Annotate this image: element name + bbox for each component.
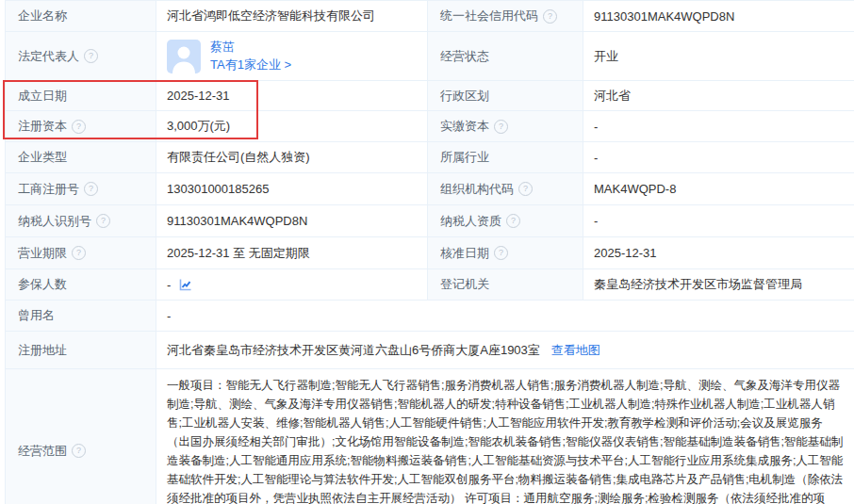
- label-text: 所属行业: [440, 149, 489, 166]
- table-row: 曾用名 -: [5, 301, 854, 332]
- label-text: 实缴资本: [440, 118, 489, 135]
- label-text: 纳税人资质: [440, 213, 501, 230]
- field-value-former-name: -: [156, 301, 854, 332]
- value-text: 2025-12-31 至 无固定期限: [167, 245, 310, 262]
- value-text: 130301000185265: [167, 182, 269, 196]
- field-value-reg-number: 130301000185265: [156, 173, 427, 205]
- label-text: 纳税人识别号: [18, 213, 91, 230]
- field-label-establish-date: 成立日期: [5, 81, 156, 111]
- field-value-approval-date: 2025-12-31: [583, 237, 854, 269]
- value-text: 秦皇岛经济技术开发区市场监督管理局: [594, 276, 802, 293]
- label-text: 经营范围: [18, 443, 67, 460]
- view-map-link[interactable]: 查看地图: [551, 342, 600, 359]
- field-value-company-name: 河北省鸿即低空经济智能科技有限公司: [156, 1, 427, 32]
- label-text: 经营状态: [440, 48, 489, 65]
- field-label-approval-date: 核准日期 ?: [427, 237, 583, 269]
- help-icon[interactable]: ?: [84, 182, 98, 196]
- table-row: 注册资本 ? 3,000万(元) 实缴资本 ? -: [5, 111, 854, 142]
- help-icon[interactable]: ?: [543, 9, 557, 24]
- help-icon[interactable]: ?: [494, 246, 508, 260]
- field-label-reg-capital: 注册资本 ?: [5, 111, 156, 142]
- label-text: 登记机关: [440, 276, 489, 293]
- value-text: MAK4WQPD-8: [594, 182, 676, 196]
- help-icon[interactable]: ?: [84, 49, 98, 63]
- value-text: 河北省秦皇岛市经济技术开发区黄河道六盘山6号侨商大厦A座1903室: [167, 342, 540, 359]
- value-text: 有限责任公司(自然人独资): [167, 149, 310, 166]
- legal-rep-name-link[interactable]: 蔡茁: [210, 40, 291, 55]
- help-icon[interactable]: ?: [96, 214, 110, 228]
- company-info-table: 企业名称 河北省鸿即低空经济智能科技有限公司 统一社会信用代码 ? 911303…: [5, 0, 854, 504]
- table-row: 工商注册号 ? 130301000185265 组织机构代码 ? MAK4WQP…: [5, 173, 854, 205]
- value-text: -: [167, 309, 171, 323]
- table-row: 参保人数 - 登记机关 秦皇岛经济技术开发区市场监督管理局: [5, 269, 854, 301]
- field-value-insured-count: -: [156, 269, 427, 301]
- field-label-reg-address: 注册地址: [5, 332, 156, 369]
- field-value-taxpayer-qualification: -: [583, 205, 854, 237]
- table-row: 企业名称 河北省鸿即低空经济智能科技有限公司 统一社会信用代码 ? 911303…: [5, 1, 854, 32]
- label-text: 营业期限: [18, 245, 67, 262]
- value-text: 3,000万(元): [167, 118, 230, 135]
- label-text: 注册资本: [18, 118, 67, 135]
- field-value-reg-capital: 3,000万(元): [156, 111, 427, 142]
- field-value-reg-address: 河北省秦皇岛市经济技术开发区黄河道六盘山6号侨商大厦A座1903室 查看地图: [156, 332, 854, 369]
- help-icon[interactable]: ?: [72, 444, 86, 458]
- value-text: -: [594, 120, 598, 134]
- table-row: 营业期限 ? 2025-12-31 至 无固定期限 核准日期 ? 2025-12…: [5, 237, 854, 269]
- field-label-org-code: 组织机构代码 ?: [427, 173, 583, 205]
- label-text: 核准日期: [440, 245, 489, 262]
- label-text: 工商注册号: [18, 181, 79, 198]
- field-value-admin-division: 河北省: [583, 81, 854, 111]
- field-label-admin-division: 行政区划: [427, 81, 583, 111]
- value-text: 开业: [594, 48, 618, 65]
- field-value-credit-code: 91130301MAK4WQPD8N: [583, 1, 854, 32]
- label-text: 行政区划: [440, 88, 489, 105]
- insured-trend-chart-icon[interactable]: [178, 278, 192, 292]
- field-label-former-name: 曾用名: [5, 301, 156, 332]
- value-text: 91130301MAK4WQPD8N: [167, 214, 307, 228]
- table-row: 成立日期 2025-12-31 行政区划 河北省: [5, 81, 854, 111]
- label-text: 法定代表人: [18, 48, 79, 65]
- field-label-company-name: 企业名称: [5, 1, 156, 32]
- field-label-credit-code: 统一社会信用代码 ?: [427, 1, 583, 32]
- table-row: 纳税人识别号 ? 91130301MAK4WQPD8N 纳税人资质 ? -: [5, 205, 854, 237]
- label-text: 统一社会信用代码: [440, 8, 538, 24]
- field-value-legal-rep: 蔡茁 TA有1家企业 >: [156, 32, 427, 81]
- field-value-business-scope: 一般项目：智能无人飞行器制造;智能无人飞行器销售;服务消费机器人销售;服务消费机…: [156, 369, 854, 504]
- label-text: 参保人数: [18, 276, 67, 293]
- field-label-paid-capital: 实缴资本 ?: [427, 111, 583, 142]
- label-text: 企业类型: [18, 149, 67, 166]
- table-row: 经营范围 ? 一般项目：智能无人飞行器制造;智能无人飞行器销售;服务消费机器人销…: [5, 369, 854, 504]
- help-icon[interactable]: ?: [518, 182, 533, 196]
- field-value-org-code: MAK4WQPD-8: [583, 173, 854, 205]
- legal-rep-avatar[interactable]: [167, 40, 201, 73]
- help-icon[interactable]: ?: [72, 120, 86, 134]
- value-text: 2025-12-31: [594, 246, 657, 260]
- value-text: -: [594, 151, 598, 165]
- value-text: -: [167, 278, 171, 292]
- help-icon[interactable]: ?: [506, 214, 520, 228]
- value-text: -: [594, 214, 598, 228]
- field-value-establish-date: 2025-12-31: [156, 81, 427, 111]
- label-text: 注册地址: [18, 342, 67, 359]
- field-value-industry: -: [583, 142, 854, 173]
- person-icon: [167, 40, 201, 73]
- field-value-company-type: 有限责任公司(自然人独资): [156, 142, 427, 173]
- help-icon[interactable]: ?: [72, 246, 86, 260]
- value-text: 河北省鸿即低空经济智能科技有限公司: [167, 8, 375, 24]
- business-scope-text: 一般项目：智能无人飞行器制造;智能无人飞行器销售;服务消费机器人销售;服务消费机…: [167, 379, 843, 504]
- field-value-paid-capital: -: [583, 111, 854, 142]
- value-text: 91130301MAK4WQPD8N: [594, 9, 734, 24]
- field-value-registration-authority: 秦皇岛经济技术开发区市场监督管理局: [583, 269, 854, 301]
- legal-rep-companies-link[interactable]: TA有1家企业 >: [210, 57, 291, 73]
- field-label-industry: 所属行业: [427, 142, 583, 173]
- table-row: 企业类型 有限责任公司(自然人独资) 所属行业 -: [5, 142, 854, 173]
- field-label-business-scope: 经营范围 ?: [5, 369, 156, 504]
- label-text: 成立日期: [18, 88, 67, 105]
- help-icon[interactable]: ?: [494, 120, 508, 134]
- field-label-taxpayer-id: 纳税人识别号 ?: [5, 205, 156, 237]
- field-label-registration-authority: 登记机关: [427, 269, 583, 301]
- field-label-reg-number: 工商注册号 ?: [5, 173, 156, 205]
- table-row: 注册地址 河北省秦皇岛市经济技术开发区黄河道六盘山6号侨商大厦A座1903室 查…: [5, 332, 854, 369]
- value-text: 河北省: [594, 88, 631, 105]
- value-text: 2025-12-31: [167, 89, 230, 103]
